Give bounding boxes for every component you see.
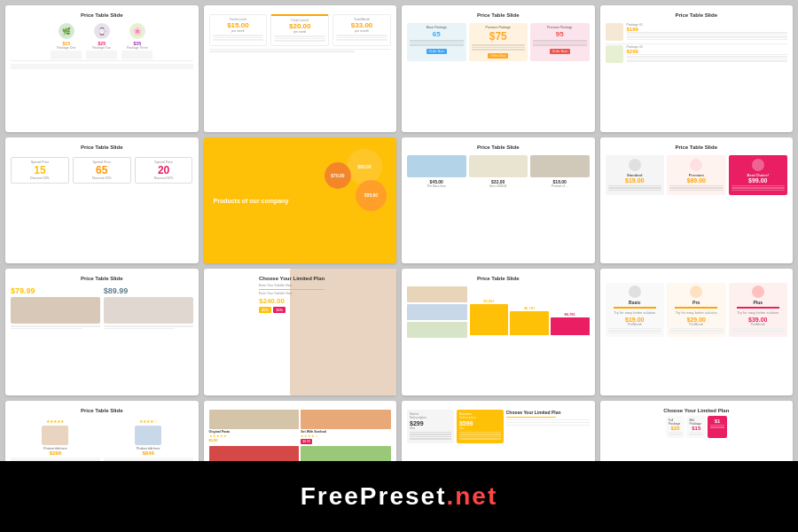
s5-num-3: 20 [158, 164, 169, 176]
s12-name-plus: Plus [753, 300, 763, 305]
s16-pkg-price-2: $15 [692, 426, 700, 431]
s15-tagline-business: Subscription [459, 416, 501, 419]
s16-pkg-name-2: Mid Package [689, 419, 703, 426]
s3-prem-price: 95 [556, 30, 564, 38]
pkg-2-desc [86, 51, 117, 59]
s11-img-2 [407, 304, 467, 320]
slide-1-pkg-2: ⌚ $25 Package Two [86, 23, 117, 59]
s12-price-pro: $29.00 [687, 317, 706, 323]
slide-4: Price Table Slide Package #1 $199 Packag… [600, 5, 794, 132]
s16-pkg-name-1: Full Package [669, 419, 683, 426]
slide-13-title: Price Table Slide [81, 408, 123, 413]
s15-period-business: /mo [459, 426, 501, 430]
s5-box-3: Special Price 20 Discount 50% [135, 157, 193, 184]
slide-16-packages: Full Package $35 Mid Package $15 $1 [666, 416, 727, 438]
s8-icon-best [752, 159, 764, 171]
s16-pkg-1: Full Package $35 [666, 416, 685, 438]
s11-bar-col-2: $6,781 [510, 306, 549, 335]
s13-item-1: ★★★★★ Product title here $298 [11, 419, 100, 465]
s2-lines-2 [274, 35, 325, 43]
s3-pkg-basic: Basic Package 65 Order Now [407, 23, 466, 61]
slide-1: Price Table Slide 🌿 $15 Package One ⌚ $2… [5, 5, 199, 132]
s4-info-1: Package #1 $199 [627, 23, 788, 41]
s12-per-basic: Per/Month [628, 323, 642, 326]
s11-val-3: $6,781 [565, 312, 575, 317]
s10-subtitle: Enter Your Subtitle Here [259, 284, 340, 287]
s3-std-lines [472, 44, 526, 51]
s13-item-2: ★★★★☆ Product title here $649 [104, 419, 193, 465]
s2-col-1: Fresh Lunch $15.00 per week [209, 14, 268, 46]
s14-item-2: Set With Seafood ★★★★☆ $8.90 [301, 410, 391, 444]
s12-price-basic: $19.00 [625, 317, 644, 323]
s3-prem-name: Premium Package [547, 26, 573, 29]
s12-pro: Pro Try for easy better solution $29.00 … [667, 283, 726, 337]
s15-period-starter: /mo [410, 426, 451, 430]
s5-num-2: 65 [96, 164, 107, 176]
s14-img-1 [209, 410, 300, 429]
s15-starter: Starter Subscription $299 /mo [407, 410, 454, 443]
s11-img-1 [407, 286, 467, 302]
s7-name-1: The Bars Item [426, 184, 446, 188]
slide-6-title: Products of our company [209, 198, 289, 205]
slide-7-products: $45.00 The Bars Item $32.00 Item #90134 … [407, 155, 590, 188]
slide-1-pkg-3: 🌸 $35 Package Three [121, 23, 153, 59]
s7-img-3 [530, 155, 590, 177]
pkg-3-desc [121, 51, 153, 59]
s11-bar-col-1: $6,261 [470, 299, 509, 335]
s3-prem-lines [533, 40, 587, 47]
s3-basic-btn[interactable]: Order Now [426, 49, 447, 54]
s12-desc-basic: Try for easy better solution [608, 310, 662, 315]
s6-price-3: $70.00 [331, 173, 344, 178]
s8-price-best: $99.00 [748, 177, 767, 184]
s3-std-btn[interactable]: Order Now [488, 53, 508, 59]
watermark-brand: FreePreset [301, 482, 447, 510]
s9-price-1: $79.99 [11, 286, 100, 295]
s2-sublabel-3: per month [355, 29, 369, 33]
s16-pkg-price-1: $35 [671, 426, 680, 431]
s11-bar-1 [470, 304, 509, 335]
slide-7: Price Table Slide $45.00 The Bars Item $… [402, 137, 595, 264]
s7-img-2 [469, 155, 528, 177]
s5-box-1: Special Price 15 Discount 50% [11, 157, 69, 184]
slide-8-cards: Standard $19.00 Premium $89.00 Best Choi… [606, 155, 788, 196]
slide-11-title: Price Table Slide [477, 276, 520, 281]
s8-lines-best [732, 185, 786, 192]
s2-line [336, 35, 387, 36]
slide-9-content: $79.99 $89.99 [11, 286, 193, 329]
watermark: FreePreset.net [0, 461, 798, 532]
pkg-3-image: 🌸 [129, 23, 145, 39]
slide-5-content: Special Price 15 Discount 50% Special Pr… [11, 157, 193, 184]
s5-box-2: Special Price 65 Discount 30% [73, 157, 131, 184]
s12-icon-plus [752, 286, 764, 298]
s16-pkg-3: $1 [708, 416, 727, 438]
s13-img-1 [42, 426, 68, 445]
s7-name-2: Item #90134 [489, 184, 506, 188]
s15-price-starter: $299 [410, 420, 451, 426]
s12-icon-basic [629, 286, 641, 298]
s12-name-pro: Pro [692, 300, 700, 305]
slide-3: Price Table Slide Basic Package 65 Order… [402, 5, 595, 132]
s2-lines-1 [213, 35, 264, 42]
s9-img-1 [11, 297, 100, 324]
s2-sublabel-1: per week [231, 29, 244, 33]
s3-basic-price: 65 [433, 30, 441, 38]
slide-13-content: ★★★★★ Product title here $298 ★★★★☆ Prod… [11, 419, 193, 465]
s10-desc: Enter Your Subtitle Here [259, 292, 340, 295]
slide-8-title: Price Table Slide [675, 145, 717, 150]
s3-prem-btn[interactable]: Order Now [550, 49, 570, 54]
s15-lines-business [459, 432, 501, 440]
slide-11-content: $6,261 $6,781 $6,781 [407, 286, 590, 338]
s2-line [274, 38, 325, 40]
s13-rating-2: ★★★★☆ [139, 419, 157, 424]
s11-img-3 [407, 322, 467, 338]
s7-prod-1: $45.00 The Bars Item [407, 155, 466, 188]
s12-desc-plus: Try for easy better solution [732, 310, 786, 315]
s10-divider [259, 289, 325, 290]
s10-title: Choose Your Limited Plan [259, 276, 340, 282]
s5-discount-1: Discount 50% [30, 176, 50, 180]
pkg-2-image: ⌚ [94, 23, 110, 39]
watermark-text: FreePreset.net [301, 482, 498, 511]
pkg-3-name: Package Three [127, 46, 148, 50]
pkg-1-desc [51, 51, 82, 59]
s2-line [336, 39, 387, 41]
